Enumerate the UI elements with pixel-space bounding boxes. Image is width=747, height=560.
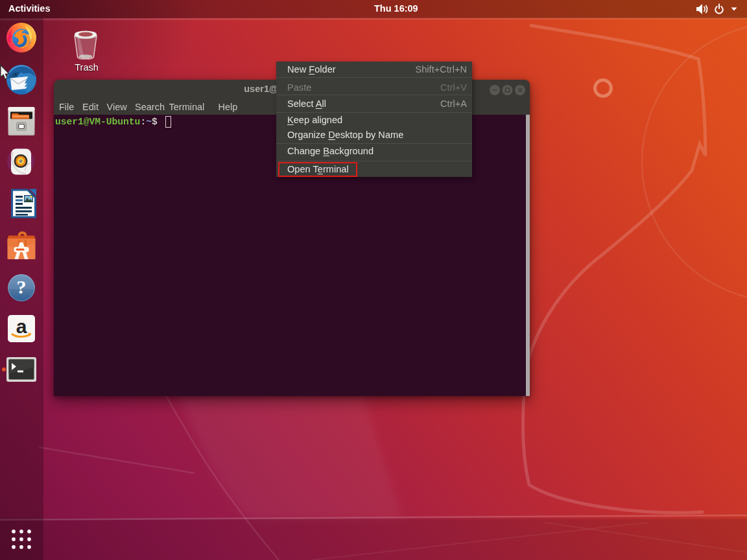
svg-text:?: ?	[17, 276, 27, 298]
svg-text:a: a	[16, 316, 27, 337]
